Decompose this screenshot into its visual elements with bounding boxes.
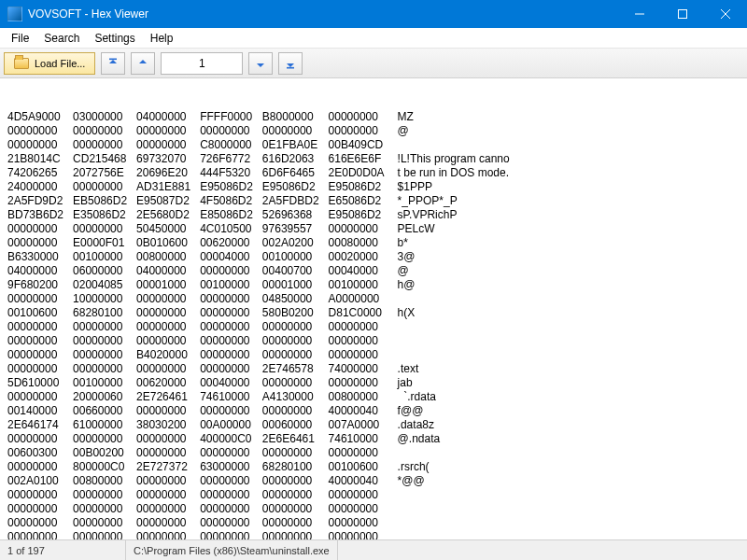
minimize-button[interactable] (618, 0, 661, 28)
hex-cell: 726F6772 (200, 152, 262, 166)
ascii-cell: b* (394, 236, 510, 250)
hex-cell: 38030200 (136, 418, 200, 432)
page-number-input[interactable] (161, 52, 243, 75)
hex-cell: 00000000 (7, 348, 73, 362)
hex-cell: 00000000 (7, 222, 73, 236)
hex-cell: 00000000 (200, 348, 262, 362)
hex-row: 5D61000000100000006200000004000000000000… (7, 376, 510, 390)
ascii-cell: `.rdata (394, 390, 510, 404)
hex-cell: 00000000 (329, 376, 394, 390)
hex-cell: 00100600 (329, 460, 394, 474)
hex-cell: 74610000 (200, 390, 262, 404)
hex-cell: 00000000 (200, 292, 262, 306)
last-page-button[interactable] (278, 52, 303, 75)
ascii-cell: t be run in DOS mode. (394, 166, 510, 180)
ascii-cell: jab (394, 376, 510, 390)
hex-cell: E95086D2 (329, 208, 394, 222)
hex-cell: 00620000 (200, 236, 262, 250)
hex-cell: 00000000 (262, 530, 329, 539)
hex-row: 742062652072756E20696E20444F53206D6F6465… (7, 166, 510, 180)
hex-cell: 03000000 (73, 110, 136, 124)
hex-row: 000000000000000000000000C80000000E1FBA0E… (7, 138, 510, 152)
menu-help[interactable]: Help (143, 30, 181, 47)
hex-cell: 40000040 (329, 474, 394, 488)
ascii-cell (394, 334, 510, 348)
hex-row: 0000000010000000000000000000000004850000… (7, 292, 510, 306)
hex-cell: 0B010600 (136, 236, 200, 250)
app-icon (7, 7, 22, 21)
hex-cell: CD215468 (73, 152, 136, 166)
hex-row: 0014000000660000000000000000000000000000… (7, 404, 510, 418)
hex-cell: 00000000 (262, 334, 329, 348)
hex-cell: 00000000 (262, 474, 329, 488)
hex-row: 2400000000000000AD31E881E95086D2E95086D2… (7, 180, 510, 194)
hex-cell: 00000000 (136, 516, 200, 530)
hex-row: BD73B6D2E35086D22E5680D2E85086D252696368… (7, 208, 510, 222)
hex-cell: 00000000 (7, 292, 73, 306)
hex-cell: 00000000 (136, 362, 200, 376)
hex-cell: 580B0200 (262, 306, 329, 320)
menu-file[interactable]: File (4, 30, 36, 47)
load-file-button[interactable]: Load File... (4, 52, 95, 75)
hex-row: B633000000100000008000000000400000100000… (7, 250, 510, 264)
hex-cell: 00100000 (329, 278, 394, 292)
hex-row: 00100600682801000000000000000000580B0200… (7, 306, 510, 320)
hex-cell: 00000000 (7, 502, 73, 516)
hex-row: 0000000000000000000000000000000000000000… (7, 530, 510, 539)
window-controls (618, 0, 747, 28)
hex-cell: 00000000 (329, 124, 394, 138)
hex-cell: 00000000 (7, 390, 73, 404)
statusbar: 1 of 197 C:\Program Files (x86)\Steam\un… (0, 539, 747, 560)
hex-cell: 00000000 (262, 488, 329, 502)
load-file-label: Load File... (35, 58, 85, 69)
ascii-cell: $1PPP (394, 180, 510, 194)
hex-cell: 00080000 (329, 236, 394, 250)
status-position: 1 of 197 (0, 540, 126, 560)
hex-cell: 00020000 (329, 250, 394, 264)
hex-cell: 0E1FBA0E (262, 138, 329, 152)
hex-cell: C8000000 (200, 138, 262, 152)
ascii-cell: MZ (394, 110, 510, 124)
hex-cell: 00000000 (7, 362, 73, 376)
hex-row: 0000000000000000000000000000000000000000… (7, 124, 510, 138)
hex-cell: 00000000 (136, 334, 200, 348)
hex-cell: 00000000 (262, 516, 329, 530)
hex-cell: 6D6F6465 (262, 166, 329, 180)
ascii-cell: @ (394, 124, 510, 138)
ascii-cell: h(X (394, 306, 510, 320)
next-page-button[interactable] (248, 52, 273, 75)
hex-cell: 68280100 (73, 306, 136, 320)
hex-cell: FFFF0000 (200, 110, 262, 124)
hex-row: 0000000000000000504500004C01050097639557… (7, 222, 510, 236)
hex-cell: 00A00000 (200, 418, 262, 432)
ascii-cell: .rsrch( (394, 460, 510, 474)
prev-page-button[interactable] (131, 52, 155, 75)
hex-cell: 2E6E6461 (262, 432, 329, 446)
hex-cell: B4020000 (136, 348, 200, 362)
hex-cell: 00000000 (136, 432, 200, 446)
hex-cell: 00000000 (7, 334, 73, 348)
hex-view[interactable]: 4D5A90000300000004000000FFFF0000B8000000… (0, 78, 747, 539)
hex-cell: E85086D2 (200, 208, 262, 222)
hex-cell: 50450000 (136, 222, 200, 236)
hex-cell: 00100000 (73, 250, 136, 264)
hex-cell: BD73B6D2 (7, 208, 73, 222)
maximize-button[interactable] (661, 0, 704, 28)
hex-cell: 00100600 (7, 306, 73, 320)
hex-cell: 00000000 (136, 474, 200, 488)
hex-cell: 00000000 (7, 488, 73, 502)
hex-cell: 00140000 (7, 404, 73, 418)
hex-row: 00000000E0000F010B01060000620000002A0200… (7, 236, 510, 250)
first-page-button[interactable] (101, 52, 125, 75)
hex-cell: 00000000 (7, 236, 73, 250)
menu-settings[interactable]: Settings (87, 30, 142, 47)
hex-cell: 00000000 (329, 348, 394, 362)
hex-row: 2A5FD9D2EB5086D2E95087D24F5086D22A5FDBD2… (7, 194, 510, 208)
hex-cell: E35086D2 (73, 208, 136, 222)
hex-cell: 00000000 (136, 292, 200, 306)
hex-cell: 00000000 (7, 432, 73, 446)
ascii-cell (394, 320, 510, 334)
hex-cell: E95087D2 (136, 194, 200, 208)
menu-search[interactable]: Search (36, 30, 87, 47)
close-button[interactable] (704, 0, 747, 28)
